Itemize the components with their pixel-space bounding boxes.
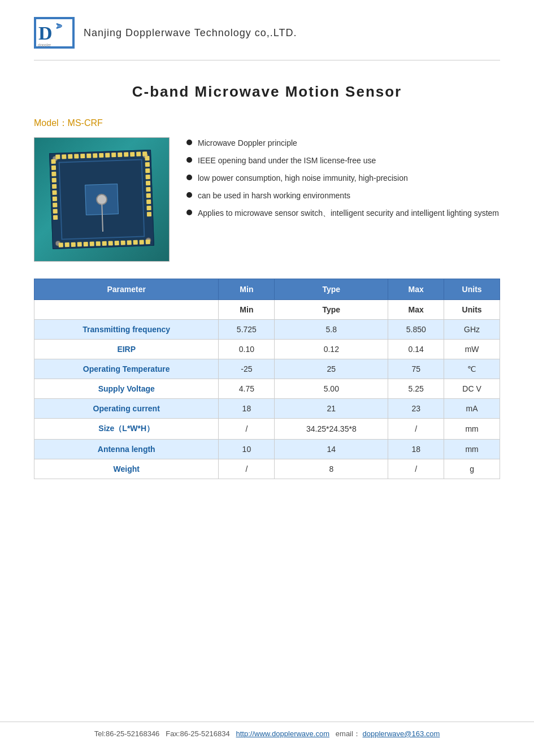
table-cell-min: /: [219, 419, 275, 440]
table-cell-units: mm: [444, 440, 500, 459]
feature-item: IEEE opening band under the ISM license-…: [186, 155, 500, 167]
table-row: Antenna length101418mm: [34, 440, 500, 459]
bullet-icon: [186, 175, 192, 180]
table-row: Transmitting frequency5.7255.85.850GHz: [34, 320, 500, 340]
table-row: Weight/8/g: [34, 459, 500, 479]
footer-fax: Fax:86-25-5216834: [166, 729, 229, 738]
pcb-pins-right: [145, 156, 151, 216]
page: D doppler Nanjing Dopplerwave Technology…: [0, 0, 534, 756]
pcb-pins-top: [55, 151, 147, 159]
table-cell-units: mm: [444, 419, 500, 440]
footer-email[interactable]: dopplerwave@163.com: [363, 729, 440, 738]
bullet-icon: [186, 157, 192, 163]
bullet-icon: [186, 140, 192, 145]
table-cell-units: DC V: [444, 379, 500, 399]
footer-website[interactable]: http://www.dopplerwave.com: [236, 729, 329, 738]
col-min: Min: [219, 279, 275, 300]
table-cell-min: 5.725: [219, 320, 275, 340]
feature-item: can be used in harsh working environment…: [186, 190, 500, 202]
table-cell-units: mA: [444, 399, 500, 419]
bullet-icon: [186, 192, 192, 198]
table-cell-min: 18: [219, 399, 275, 419]
subheader-cell: Type: [275, 300, 388, 320]
table-cell-type: 5.00: [275, 379, 388, 399]
subheader-cell: Max: [388, 300, 444, 320]
table-cell-min: 4.75: [219, 379, 275, 399]
features-list: Microwave Doppler principleIEEE opening …: [186, 137, 500, 225]
table-cell-type: 0.12: [275, 340, 388, 359]
logo: D doppler: [34, 17, 75, 49]
table-cell-units: mW: [444, 340, 500, 359]
table-cell-param: Weight: [34, 459, 219, 479]
table-cell-min: -25: [219, 359, 275, 379]
col-max: Max: [388, 279, 444, 300]
table-cell-min: 10: [219, 440, 275, 459]
feature-text: Microwave Doppler principle: [198, 137, 500, 149]
table-cell-units: GHz: [444, 320, 500, 340]
product-image: [34, 137, 170, 262]
table-cell-type: 25: [275, 359, 388, 379]
table-cell-max: 18: [388, 440, 444, 459]
feature-text: can be used in harsh working environment…: [198, 190, 500, 202]
title-section: C-band Microwave Motion Sensor: [34, 83, 500, 101]
table-cell-max: 5.25: [388, 379, 444, 399]
feature-item: low power consumption, high noise immuni…: [186, 172, 500, 184]
company-name: Nanjing Dopplerwave Technology co,.LTD.: [84, 27, 297, 39]
table-cell-param: EIRP: [34, 340, 219, 359]
table-row: Operating current182123mA: [34, 399, 500, 419]
col-units: Units: [444, 279, 500, 300]
table-cell-max: 23: [388, 399, 444, 419]
feature-text: low power consumption, high noise immuni…: [198, 172, 500, 184]
table-cell-param: Antenna length: [34, 440, 219, 459]
subheader-cell: Min: [219, 300, 275, 320]
col-type: Type: [275, 279, 388, 300]
table-cell-type: 5.8: [275, 320, 388, 340]
content-section: Model：MS-CRF: [34, 118, 500, 262]
table-cell-units: ℃: [444, 359, 500, 379]
feature-text: Applies to microwave sensor switch、intel…: [198, 207, 500, 219]
subheader-cell: Units: [444, 300, 500, 320]
svg-text:doppler: doppler: [38, 43, 51, 47]
product-row: Microwave Doppler principleIEEE opening …: [34, 137, 500, 262]
table-cell-min: 0.10: [219, 340, 275, 359]
table-cell-param: Size（L*W*H）: [34, 419, 219, 440]
col-param: Parameter: [34, 279, 219, 300]
subheader-cell: [34, 300, 219, 320]
feature-item: Applies to microwave sensor switch、intel…: [186, 207, 500, 219]
footer-tel: Tel:86-25-52168346: [94, 729, 160, 738]
pcb-pins-bottom: [59, 240, 150, 247]
table-cell-max: 5.850: [388, 320, 444, 340]
bullet-icon: [186, 210, 192, 215]
table-cell-param: Transmitting frequency: [34, 320, 219, 340]
footer: Tel:86-25-52168346 Fax:86-25-5216834 htt…: [0, 722, 534, 739]
table-cell-max: /: [388, 459, 444, 479]
page-title: C-band Microwave Motion Sensor: [34, 83, 500, 101]
pcb-board: [49, 150, 154, 249]
table-cell-max: /: [388, 419, 444, 440]
table-cell-units: g: [444, 459, 500, 479]
feature-text: IEEE opening band under the ISM license-…: [198, 155, 500, 167]
table-cell-type: 8: [275, 459, 388, 479]
table-cell-type: 21: [275, 399, 388, 419]
header: D doppler Nanjing Dopplerwave Technology…: [34, 17, 500, 60]
feature-item: Microwave Doppler principle: [186, 137, 500, 149]
table-cell-min: /: [219, 459, 275, 479]
table-cell-max: 0.14: [388, 340, 444, 359]
spec-table: Parameter Min Type Max Units MinTypeMaxU…: [34, 279, 500, 479]
table-cell-max: 75: [388, 359, 444, 379]
table-cell-type: 34.25*24.35*8: [275, 419, 388, 440]
model-label: Model：MS-CRF: [34, 118, 500, 129]
table-row: Size（L*W*H）/34.25*24.35*8/mm: [34, 419, 500, 440]
table-row: Operating Temperature-252575℃: [34, 359, 500, 379]
pcb-pins-left: [51, 159, 58, 220]
table-row: Supply Voltage4.755.005.25DC V: [34, 379, 500, 399]
table-row: EIRP0.100.120.14mW: [34, 340, 500, 359]
footer-email-label: email：: [336, 729, 361, 738]
table-cell-param: Operating current: [34, 399, 219, 419]
table-cell-param: Operating Temperature: [34, 359, 219, 379]
table-cell-param: Supply Voltage: [34, 379, 219, 399]
table-cell-type: 14: [275, 440, 388, 459]
pcb-inner: [59, 159, 145, 240]
svg-text:D: D: [38, 23, 53, 44]
